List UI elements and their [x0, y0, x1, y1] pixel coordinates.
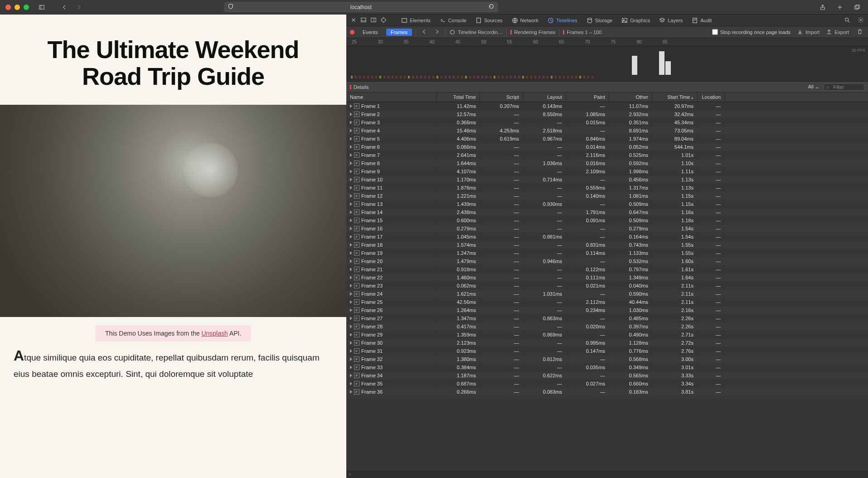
table-row[interactable]: FFrame 142.438ms——1.791ms0.647ms1.16s—	[346, 208, 868, 216]
disclosure-triangle-icon[interactable]	[350, 129, 352, 132]
table-header[interactable]: Name Total Time Script Layout Paint Othe…	[346, 93, 868, 102]
disclosure-triangle-icon[interactable]	[350, 202, 352, 206]
disclosure-triangle-icon[interactable]	[350, 382, 352, 385]
stop-on-load-checkbox[interactable]: Stop recording once page loads	[712, 29, 790, 35]
recording-crumb[interactable]: Timeline Recordin…	[449, 29, 503, 35]
timeline-overview[interactable]: 30 FPS	[346, 46, 868, 82]
table-row[interactable]: FFrame 81.644ms—1.036ms0.016ms0.592ms1.1…	[346, 159, 868, 167]
disclosure-triangle-icon[interactable]	[350, 170, 352, 173]
tab-timelines[interactable]: Timelines	[543, 15, 582, 25]
close-devtools-icon[interactable]	[349, 15, 358, 25]
filter-input[interactable]: Filter	[824, 83, 864, 91]
disclosure-triangle-icon[interactable]	[350, 390, 352, 394]
dock-side-icon[interactable]	[369, 15, 378, 25]
disclosure-triangle-icon[interactable]	[350, 268, 352, 271]
reload-icon[interactable]	[488, 3, 495, 11]
tab-graphics[interactable]: Graphics	[617, 15, 654, 25]
new-tab-icon[interactable]	[834, 2, 845, 13]
table-row[interactable]: FFrame 280.417ms——0.020ms0.397ms2.26s—	[346, 322, 868, 331]
unsplash-link[interactable]: Unsplash	[201, 330, 228, 337]
disclosure-triangle-icon[interactable]	[350, 153, 352, 157]
disclosure-triangle-icon[interactable]	[350, 227, 352, 230]
table-row[interactable]: FFrame 150.600ms——0.091ms0.509ms1.18s—	[346, 216, 868, 224]
table-row[interactable]: FFrame 54.406ms0.619ms0.967ms0.846ms1.97…	[346, 135, 868, 143]
sidebar-icon[interactable]	[36, 2, 47, 13]
table-row[interactable]: FFrame 212.57ms—8.550ms1.085ms2.932ms32.…	[346, 110, 868, 118]
table-row[interactable]: FFrame 221.460ms——0.111ms1.349ms1.64s—	[346, 273, 868, 282]
timeline-ruler[interactable]: 25303540455055606570758085	[346, 38, 868, 46]
share-icon[interactable]	[817, 2, 828, 13]
disclosure-triangle-icon[interactable]	[350, 284, 352, 288]
table-row[interactable]: FFrame 415.46ms4.253ms2.518ms—8.691ms73.…	[346, 127, 868, 135]
disclosure-triangle-icon[interactable]	[350, 161, 352, 165]
table-row[interactable]: FFrame 271.347ms—0.863ms—0.485ms2.26s—	[346, 314, 868, 322]
window-maximize-button[interactable]	[24, 5, 29, 10]
tab-sources[interactable]: Sources	[471, 15, 506, 25]
view-events[interactable]: Events	[358, 29, 383, 36]
import-button[interactable]: Import	[797, 29, 820, 35]
table-row[interactable]: FFrame 261.264ms——0.234ms1.030ms2.16s—	[346, 306, 868, 314]
table-row[interactable]: FFrame 94.107ms——2.109ms1.998ms1.11s—	[346, 167, 868, 176]
disclosure-triangle-icon[interactable]	[350, 317, 352, 320]
table-row[interactable]: FFrame 111.876ms——0.559ms1.317ms1.13s—	[346, 184, 868, 192]
table-row[interactable]: FFrame 160.279ms———0.279ms1.54s—	[346, 224, 868, 233]
col-script[interactable]: Script	[480, 93, 523, 102]
table-row[interactable]: FFrame 310.923ms——0.147ms0.776ms2.76s—	[346, 347, 868, 355]
disclosure-triangle-icon[interactable]	[350, 308, 352, 312]
table-row[interactable]: FFrame 111.42ms0.207ms0.143ms—11.07ms20.…	[346, 102, 868, 110]
disclosure-triangle-icon[interactable]	[350, 349, 352, 353]
table-row[interactable]: FFrame 230.062ms——0.021ms0.040ms2.11s—	[346, 282, 868, 290]
disclosure-triangle-icon[interactable]	[350, 251, 352, 255]
table-row[interactable]: FFrame 191.247ms——0.114ms1.133ms1.55s—	[346, 249, 868, 257]
table-row[interactable]: FFrame 30.366ms——0.015ms0.351ms45.34ms—	[346, 118, 868, 127]
disclosure-triangle-icon[interactable]	[350, 243, 352, 247]
table-row[interactable]: FFrame 121.221ms——0.140ms1.081ms1.15s—	[346, 192, 868, 200]
table-row[interactable]: FFrame 210.918ms——0.122ms0.797ms1.61s—	[346, 265, 868, 273]
col-total[interactable]: Total Time	[437, 93, 480, 102]
table-row[interactable]: FFrame 360.266ms—0.083ms—0.183ms3.81s—	[346, 388, 868, 396]
disclosure-triangle-icon[interactable]	[350, 366, 352, 369]
window-close-button[interactable]	[5, 5, 11, 10]
tab-console[interactable]: Console	[436, 15, 470, 25]
export-button[interactable]: Export	[826, 29, 849, 35]
filter-all-dropdown[interactable]: All ⌄	[808, 84, 819, 90]
disclosure-triangle-icon[interactable]	[350, 178, 352, 181]
tabs-icon[interactable]	[852, 2, 863, 13]
table-row[interactable]: FFrame 181.574ms——0.831ms0.743ms1.55s—	[346, 241, 868, 249]
table-row[interactable]: FFrame 330.384ms——0.035ms0.349ms3.01s—	[346, 363, 868, 371]
tab-layers[interactable]: Layers	[655, 15, 687, 25]
disclosure-triangle-icon[interactable]	[350, 194, 352, 198]
tab-network[interactable]: Network	[508, 15, 543, 25]
tab-storage[interactable]: Storage	[582, 15, 617, 25]
disclosure-triangle-icon[interactable]	[350, 333, 352, 337]
disclosure-triangle-icon[interactable]	[350, 374, 352, 377]
table-row[interactable]: FFrame 241.621ms—1.031ms—0.590ms2.11s—	[346, 290, 868, 298]
trash-icon[interactable]	[855, 27, 864, 37]
tab-elements[interactable]: Elements	[397, 15, 435, 25]
tab-audit[interactable]: Audit	[688, 15, 716, 25]
disclosure-triangle-icon[interactable]	[350, 186, 352, 190]
back-button[interactable]	[59, 2, 70, 13]
disclosure-triangle-icon[interactable]	[350, 112, 352, 116]
col-name[interactable]: Name	[346, 93, 437, 102]
col-layout[interactable]: Layout	[523, 93, 566, 102]
table-row[interactable]: FFrame 321.380ms—0.812ms—0.568ms3.00s—	[346, 355, 868, 363]
console-prompt[interactable]: ›	[346, 471, 868, 478]
table-row[interactable]: FFrame 291.359ms—0.869ms—0.490ms2.71s—	[346, 331, 868, 339]
table-row[interactable]: FFrame 171.045ms—0.881ms—0.164ms1.54s—	[346, 233, 868, 241]
col-other[interactable]: Other	[609, 93, 652, 102]
address-bar[interactable]: localhost	[224, 2, 498, 12]
table-row[interactable]: FFrame 101.170ms—0.714ms—0.456ms1.13s—	[346, 176, 868, 184]
table-row[interactable]: FFrame 302.123ms——0.995ms1.128ms2.72s—	[346, 339, 868, 347]
disclosure-triangle-icon[interactable]	[350, 210, 352, 214]
disclosure-triangle-icon[interactable]	[350, 300, 352, 304]
disclosure-triangle-icon[interactable]	[350, 325, 352, 328]
disclosure-triangle-icon[interactable]	[350, 137, 352, 141]
view-frames[interactable]: Frames	[386, 29, 412, 36]
disclosure-triangle-icon[interactable]	[350, 235, 352, 239]
nav-next-icon[interactable]	[432, 27, 441, 37]
col-start[interactable]: Start Time	[652, 93, 698, 102]
table-row[interactable]: FFrame 350.687ms——0.027ms0.660ms3.34s—	[346, 380, 868, 388]
forward-button[interactable]	[73, 2, 84, 13]
disclosure-triangle-icon[interactable]	[350, 219, 352, 222]
